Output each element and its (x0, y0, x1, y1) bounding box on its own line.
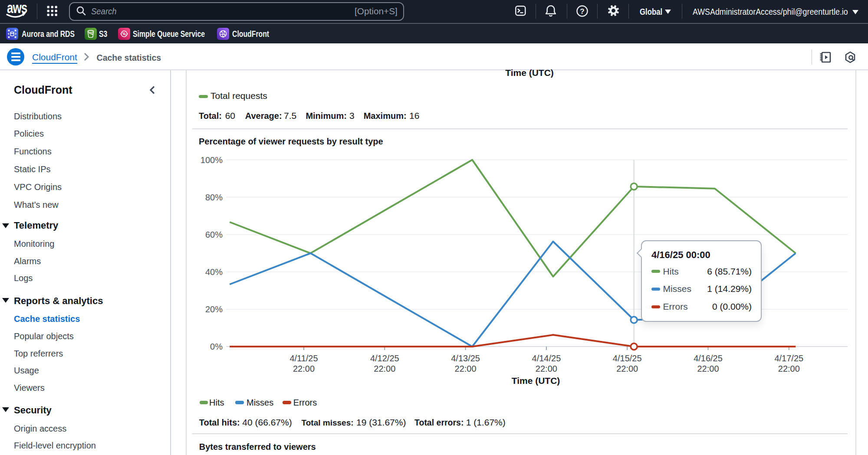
svg-text:4/11/25: 4/11/25 (289, 354, 318, 363)
svg-text:22:00: 22:00 (374, 364, 395, 373)
svg-text:60%: 60% (205, 230, 223, 239)
svg-text:22:00: 22:00 (293, 364, 315, 373)
svg-text:4/15/25: 4/15/25 (613, 354, 642, 363)
svg-text:4/17/25: 4/17/25 (774, 354, 803, 363)
svg-text:20%: 20% (205, 304, 223, 314)
svg-text:22:00: 22:00 (616, 364, 638, 373)
svg-text:4/13/25: 4/13/25 (451, 354, 480, 363)
svg-text:40%: 40% (205, 267, 223, 277)
svg-text:?: ? (580, 7, 584, 16)
svg-text:80%: 80% (205, 193, 223, 202)
svg-text:22:00: 22:00 (778, 364, 800, 373)
svg-text:100%: 100% (201, 155, 223, 165)
svg-text:4/16/25: 4/16/25 (694, 354, 723, 363)
svg-text:Time (UTC): Time (UTC) (512, 376, 560, 386)
svg-text:22:00: 22:00 (536, 364, 557, 373)
svg-text:4/14/25: 4/14/25 (532, 354, 561, 363)
svg-text:0%: 0% (210, 342, 223, 351)
svg-text:22:00: 22:00 (455, 364, 477, 373)
svg-text:4/12/25: 4/12/25 (370, 354, 399, 363)
svg-text:22:00: 22:00 (697, 364, 719, 373)
